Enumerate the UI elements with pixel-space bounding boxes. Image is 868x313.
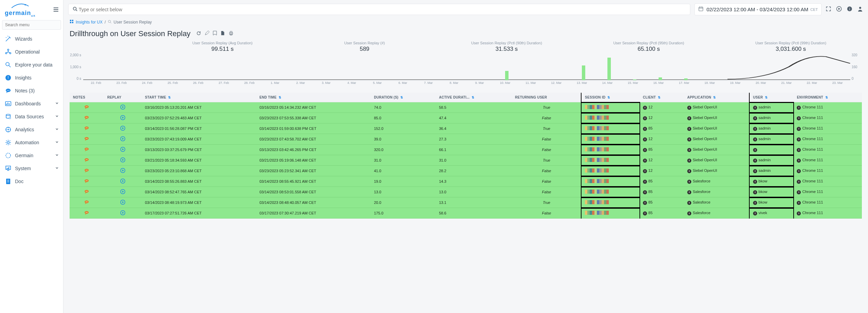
info-dot-icon[interactable]: i (687, 211, 691, 215)
sidebar-search-input[interactable] (2, 20, 61, 30)
info-dot-icon[interactable]: i (643, 211, 647, 215)
info-dot-icon[interactable]: i (797, 159, 801, 163)
notes-icon[interactable] (84, 169, 89, 174)
info-dot-icon[interactable]: i (797, 169, 801, 173)
fullscreen-icon[interactable] (826, 6, 831, 13)
table-row[interactable]: 03/14/2023 08:55:26.883 AM CET 03/14/202… (70, 176, 862, 187)
sidebar-item-data-sources[interactable]: Data Sources (0, 110, 63, 123)
column-header[interactable]: NOTES (70, 93, 104, 102)
info-dot-icon[interactable]: i (643, 190, 647, 194)
table-row[interactable]: 03/17/2023 07:27:51.726 AM CET 03/17/202… (70, 208, 862, 219)
date-range-picker[interactable]: 02/22/2023 12:00 AM - 03/24/2023 12:00 A… (694, 3, 822, 15)
chart-bar[interactable] (659, 77, 662, 80)
replay-button[interactable] (120, 128, 126, 132)
replay-button[interactable] (120, 117, 126, 121)
notes-icon[interactable] (84, 201, 89, 205)
column-header[interactable]: ENVIRONMENT ⇅ (793, 93, 862, 102)
notes-icon[interactable] (84, 180, 89, 184)
info-dot-icon[interactable]: i (753, 190, 757, 194)
table-row[interactable]: 03/23/2023 05:23:10.868 AM CET 03/23/202… (70, 166, 862, 176)
info-dot-icon[interactable]: i (687, 190, 691, 194)
column-header[interactable]: USER ⇅ (750, 93, 793, 102)
notes-icon[interactable] (84, 127, 89, 131)
table-row[interactable]: 03/21/2023 05:18:34.593 AM CET 03/21/202… (70, 155, 862, 166)
edit-icon[interactable] (205, 31, 209, 37)
notes-icon[interactable] (84, 117, 89, 121)
sidebar-item-doc[interactable]: Doc (0, 175, 63, 188)
info-dot-icon[interactable]: i (687, 148, 691, 152)
replay-button[interactable] (120, 159, 126, 163)
column-header[interactable]: APPLICATION ⇅ (684, 93, 750, 102)
replay-button[interactable] (120, 106, 126, 110)
sidebar-item-system[interactable]: System (0, 162, 63, 175)
breadcrumb-root-link[interactable]: Insights for UX (76, 20, 103, 25)
column-header[interactable]: REPLAY (104, 93, 142, 102)
info-dot-icon[interactable]: i (643, 169, 647, 173)
info-dot-icon[interactable]: i (643, 116, 647, 120)
user-icon[interactable] (857, 6, 863, 13)
sidebar-item-notes-3-[interactable]: Notes (3) (0, 84, 63, 97)
chart-bar[interactable] (582, 65, 585, 80)
table-row[interactable]: 03/16/2023 05:13:20.201 AM CET 03/16/202… (70, 102, 862, 113)
notes-icon[interactable] (84, 191, 89, 195)
sidebar-item-dashboards[interactable]: Dashboards (0, 97, 63, 110)
replay-button[interactable] (120, 149, 126, 153)
info-dot-icon[interactable]: i (643, 106, 647, 110)
info-dot-icon[interactable]: i (753, 116, 757, 120)
info-dot-icon[interactable]: i (687, 180, 691, 184)
info-dot-icon[interactable]: i (797, 190, 801, 194)
table-row[interactable]: 03/13/2023 03:37:25.679 PM CET 03/13/202… (70, 145, 862, 155)
info-dot-icon[interactable]: i (753, 148, 757, 152)
global-search[interactable] (68, 4, 690, 15)
info-dot-icon[interactable]: i (753, 159, 757, 163)
info-dot-icon[interactable]: i (753, 180, 757, 184)
notes-icon[interactable] (84, 138, 89, 142)
info-dot-icon[interactable]: i (753, 106, 757, 110)
replay-button[interactable] (120, 138, 126, 142)
info-dot-icon[interactable]: i (687, 116, 691, 120)
info-dot-icon[interactable]: i (643, 159, 647, 163)
info-dot-icon[interactable]: i (643, 148, 647, 152)
sidebar-item-wizards[interactable]: Wizards (0, 32, 63, 45)
info-dot-icon[interactable]: i (643, 180, 647, 184)
info-dot-icon[interactable]: i (643, 201, 647, 205)
table-row[interactable]: 03/14/2023 08:48:19.973 AM CET 03/14/202… (70, 197, 862, 208)
info-dot-icon[interactable]: i (687, 137, 691, 141)
chart-bar[interactable] (633, 79, 636, 80)
table-row[interactable]: 03/14/2023 01:56:28.087 PM CET 03/14/202… (70, 123, 862, 134)
replay-button[interactable] (120, 212, 126, 216)
info-dot-icon[interactable]: i (753, 211, 757, 215)
info-dot-icon[interactable]: i (797, 211, 801, 215)
download-icon[interactable] (220, 31, 225, 37)
info-dot-icon[interactable]: i (687, 106, 691, 110)
replay-button[interactable] (120, 170, 126, 174)
info-dot-icon[interactable]: i (797, 137, 801, 141)
notes-icon[interactable] (84, 148, 89, 152)
table-row[interactable]: 03/23/2023 07:52:29.483 AM CET 03/23/202… (70, 113, 862, 123)
sidebar-item-insights[interactable]: ! Insights (0, 71, 63, 84)
refresh-icon[interactable] (196, 31, 201, 37)
info-dot-icon[interactable]: i (753, 127, 757, 131)
column-header[interactable]: ACTIVE DURATI... ⇅ (436, 93, 512, 102)
info-dot-icon[interactable]: i (687, 127, 691, 131)
sidebar-item-germain[interactable]: Germain (0, 149, 63, 162)
notes-icon[interactable] (84, 159, 89, 163)
info-dot-icon[interactable]: i (797, 116, 801, 120)
replay-button[interactable] (120, 180, 126, 184)
play-circle-icon[interactable] (836, 6, 842, 13)
table-row[interactable]: 03/14/2023 08:52:47.765 AM CET 03/14/202… (70, 187, 862, 197)
table-row[interactable]: 03/23/2023 07:43:19.009 AM CET 03/23/202… (70, 134, 862, 145)
column-header[interactable]: RETURNING USER (512, 93, 582, 102)
info-dot-icon[interactable]: i (643, 137, 647, 141)
column-header[interactable]: DURATION (S) ⇅ (371, 93, 436, 102)
bookmark-icon[interactable] (213, 31, 217, 37)
info-dot-icon[interactable]: i (753, 169, 757, 173)
info-dot-icon[interactable]: i (687, 169, 691, 173)
info-dot-icon[interactable]: i (797, 127, 801, 131)
column-header[interactable]: START TIME ⇅ (142, 93, 256, 102)
chart-bar[interactable] (607, 58, 611, 80)
notes-icon[interactable] (84, 212, 89, 216)
sidebar-item-automation[interactable]: Automation (0, 136, 63, 149)
info-dot-icon[interactable]: i (687, 159, 691, 163)
print-icon[interactable] (229, 31, 234, 37)
